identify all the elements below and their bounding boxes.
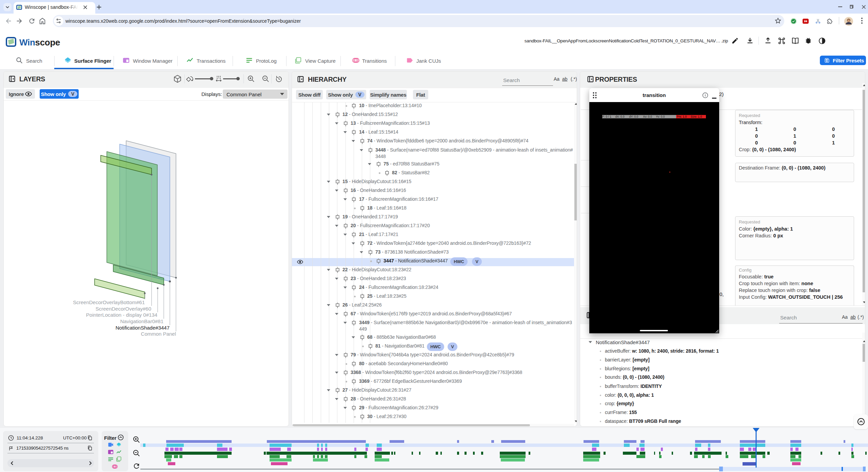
svg-text:ScreenDecorOverlayBottom#61: ScreenDecorOverlayBottom#61 xyxy=(73,299,145,305)
svg-text:ScreenDecorOverlay#60: ScreenDecorOverlay#60 xyxy=(96,306,151,312)
svg-text:NotificationShade#3447: NotificationShade#3447 xyxy=(116,325,170,331)
svg-text:PointerLocation - display 0#13: PointerLocation - display 0#134 xyxy=(86,312,157,318)
svg-text:Common Panel: Common Panel xyxy=(141,331,176,337)
svg-text:NavigationBar0#81: NavigationBar0#81 xyxy=(120,318,163,324)
